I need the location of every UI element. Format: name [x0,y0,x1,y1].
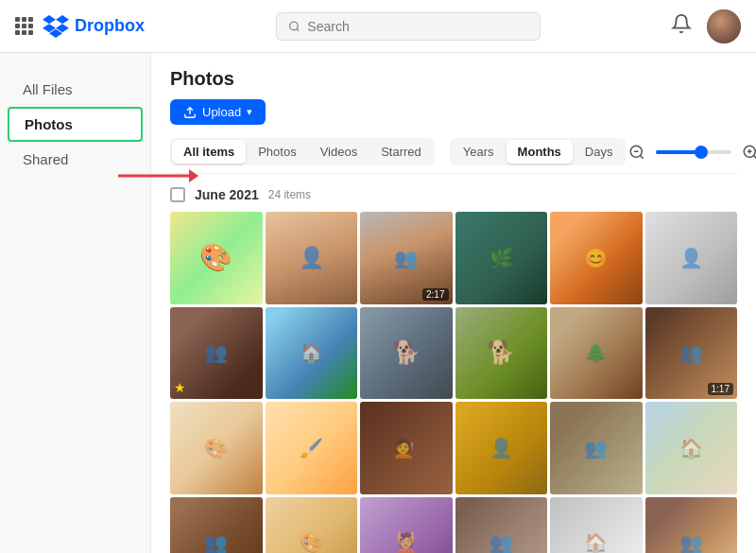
filter-tabs: All items Photos Videos Starred Yea [170,138,737,174]
photo-cell-4[interactable]: 🌿 [455,212,548,304]
photo-cell-16[interactable]: 👤 [455,402,548,494]
photo-cell-24[interactable]: 👥 [645,497,738,554]
tab-starred[interactable]: Starred [369,140,433,164]
navbar-right [671,9,741,43]
search-input[interactable] [307,19,527,34]
avatar[interactable] [707,9,741,43]
photo-cell-22[interactable]: 👥 [455,497,548,554]
navbar-center [145,12,671,41]
tab-all-items[interactable]: All items [172,140,246,164]
upload-icon [183,106,197,119]
page-title: Photos [170,68,737,90]
tab-group-1: All items Photos Videos Starred [170,138,435,165]
video-duration-badge-12: 1:17 [708,383,733,395]
navbar: Dropbox [0,0,756,53]
photo-cell-2[interactable]: 👤 [266,212,358,304]
search-bar[interactable] [276,12,541,41]
section-header: June 2021 24 items [170,187,737,202]
photo-cell-6[interactable]: 👤 [645,212,738,304]
photo-cell-7[interactable]: 👥 ★ [170,307,263,400]
bell-icon[interactable] [671,13,692,39]
section-title: June 2021 [195,187,259,202]
video-duration-badge-3: 2:17 [422,288,448,301]
dropbox-label: Dropbox [75,16,145,36]
section-checkbox[interactable] [170,187,185,202]
tab-photos[interactable]: Photos [247,140,307,164]
svg-line-5 [641,155,644,158]
zoom-out-button[interactable] [626,141,648,164]
tab-videos[interactable]: Videos [309,140,369,164]
navbar-left: Dropbox [15,15,145,38]
zoom-in-icon [742,144,756,161]
photo-cell-18[interactable]: 🏠 [645,402,738,494]
tab-days[interactable]: Days [574,140,625,164]
section-count: 24 items [268,188,311,201]
zoom-in-button[interactable] [739,141,756,164]
photo-cell-8[interactable]: 🏠 [266,307,358,400]
photo-cell-10[interactable]: 🐕 [455,307,548,400]
photo-cell-5[interactable]: 😊 [550,212,643,304]
photo-cell-21[interactable]: 💆 [360,497,453,554]
grid-menu-icon[interactable] [15,17,33,35]
photo-cell-9[interactable]: 🐕 [360,307,453,400]
search-icon [288,20,301,33]
zoom-slider-thumb [695,146,708,159]
sidebar-item-shared[interactable]: Shared [0,142,150,177]
dropbox-icon [43,15,69,38]
zoom-out-icon [628,144,645,161]
photo-cell-1[interactable]: 🎨 [170,212,263,304]
upload-label: Upload [202,105,241,119]
photo-cell-3[interactable]: 👥 2:17 [360,212,453,304]
star-badge-7: ★ [174,380,186,395]
main-layout: All Files Photos Shared Photos Upload [0,53,756,553]
photo-cell-14[interactable]: 🖌️ [266,402,358,494]
dropbox-logo[interactable]: Dropbox [43,15,145,38]
tab-group-2: Years Months Days [450,138,627,165]
upload-chevron-icon: ▾ [247,106,252,118]
svg-point-0 [289,22,298,30]
photo-cell-15[interactable]: 💇 [360,402,453,494]
zoom-controls [626,141,756,164]
tab-years[interactable]: Years [452,140,506,164]
photo-cell-19[interactable]: 👥 [170,497,263,554]
sidebar-item-photos[interactable]: Photos [8,107,143,142]
zoom-slider[interactable] [656,150,731,154]
upload-button[interactable]: Upload ▾ [170,99,266,125]
photo-cell-11[interactable]: 🌲 [550,307,643,400]
photo-cell-17[interactable]: 👥 [550,402,643,494]
photo-cell-12[interactable]: 👥 1:17 [645,307,738,400]
photo-cell-13[interactable]: 🎨 [170,402,263,494]
photo-cell-20[interactable]: 🎨 [266,497,358,554]
content-header: Photos Upload ▾ All items Photos [170,68,737,174]
sidebar-item-all-files[interactable]: All Files [0,72,150,107]
photo-grid: 🎨 👤 👥 2:17 🌿 😊 [170,212,737,553]
content-area: Photos Upload ▾ All items Photos [151,53,756,553]
sidebar: All Files Photos Shared [0,53,151,553]
photo-cell-23[interactable]: 🏠 [550,497,643,554]
tab-months[interactable]: Months [507,140,573,164]
